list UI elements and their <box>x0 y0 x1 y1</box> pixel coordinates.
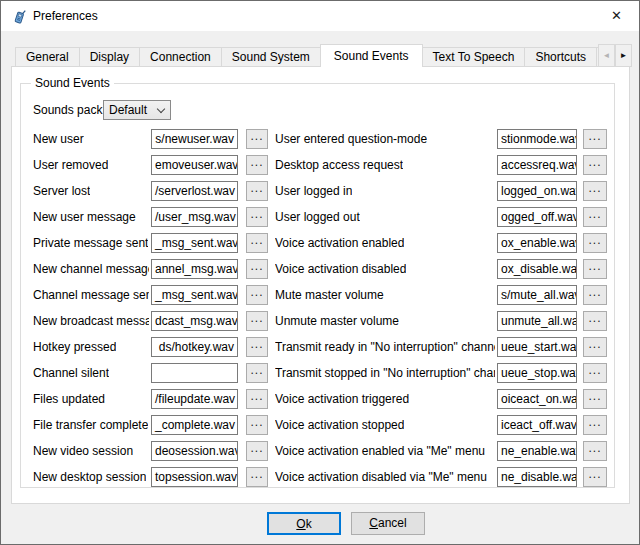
tab-scroll-left-icon[interactable]: ◄ <box>598 44 615 67</box>
browse-button[interactable]: ... <box>583 415 607 435</box>
sound-event-row: Mute master volume s/mute_all.wav ... <box>21 285 614 305</box>
sound-event-label: User logged in <box>275 181 352 201</box>
sound-event-row: Transmit ready in "No interruption" chan… <box>21 337 614 357</box>
browse-button[interactable]: ... <box>583 129 607 149</box>
sound-event-row: Voice activation stopped iceact_off.wav … <box>21 415 614 435</box>
sound-file-input[interactable]: ne_enable.wav <box>497 441 577 461</box>
sound-event-row: Voice activation enabled via "Me" menu n… <box>21 441 614 461</box>
sound-file-input[interactable]: oiceact_on.wav <box>497 389 577 409</box>
tab-shortcuts[interactable]: Shortcuts <box>524 47 597 67</box>
tab-general[interactable]: General <box>15 47 80 67</box>
sound-event-label: Voice activation triggered <box>275 389 409 409</box>
sound-event-label: User logged out <box>275 207 360 227</box>
close-icon[interactable]: ✕ <box>594 1 639 30</box>
sound-file-input[interactable]: ox_disable.wav <box>497 259 577 279</box>
browse-button[interactable]: ... <box>583 363 607 383</box>
browse-button[interactable]: ... <box>583 311 607 331</box>
sound-event-label: Transmit stopped in "No interruption" ch… <box>275 363 495 383</box>
sounds-pack-label: Sounds pack <box>33 100 102 120</box>
sound-file-input[interactable]: unmute_all.wav <box>497 311 577 331</box>
sound-event-row: Desktop access request accessreq.wav ... <box>21 155 614 175</box>
sounds-pack-value: Default <box>109 101 147 119</box>
sound-file-input[interactable]: ogged_off.wav <box>497 207 577 227</box>
sound-event-label: Voice activation enabled via "Me" menu <box>275 441 485 461</box>
sound-file-input[interactable]: logged_on.wav <box>497 181 577 201</box>
sound-event-row: Voice activation disabled ox_disable.wav… <box>21 259 614 279</box>
browse-button[interactable]: ... <box>583 233 607 253</box>
tab-sound-system[interactable]: Sound System <box>221 47 321 67</box>
sound-events-page: Sound Events Sounds pack Default New use… <box>11 66 630 504</box>
sound-file-input[interactable]: accessreq.wav <box>497 155 577 175</box>
sound-event-label: Transmit ready in "No interruption" chan… <box>275 337 495 357</box>
sound-event-row: Voice activation enabled ox_enable.wav .… <box>21 233 614 253</box>
sound-event-row: Voice activation triggered oiceact_on.wa… <box>21 389 614 409</box>
sound-event-row: Voice activation disabled via "Me" menu … <box>21 467 614 487</box>
tab-sound-events[interactable]: Sound Events <box>320 44 423 67</box>
sound-event-label: Voice activation enabled <box>275 233 404 253</box>
sound-file-input[interactable]: s/mute_all.wav <box>497 285 577 305</box>
browse-button[interactable]: ... <box>583 467 607 487</box>
sound-event-label: Voice activation disabled via "Me" menu <box>275 467 487 487</box>
app-icon <box>11 8 27 24</box>
sound-event-label: Voice activation stopped <box>275 415 404 435</box>
sounds-pack-select[interactable]: Default <box>103 100 171 120</box>
sound-event-label: User entered question-mode <box>275 129 427 149</box>
tab-text-to-speech[interactable]: Text To Speech <box>422 47 526 67</box>
sound-event-row: User logged out ogged_off.wav ... <box>21 207 614 227</box>
sound-file-input[interactable]: ox_enable.wav <box>497 233 577 253</box>
tab-display[interactable]: Display <box>79 47 140 67</box>
browse-button[interactable]: ... <box>583 259 607 279</box>
chevron-down-icon <box>157 105 165 113</box>
browse-button[interactable]: ... <box>583 207 607 227</box>
tab-connection[interactable]: Connection <box>139 47 222 67</box>
sound-events-groupbox: Sound Events Sounds pack Default New use… <box>20 83 615 488</box>
sound-file-input[interactable]: iceact_off.wav <box>497 415 577 435</box>
cancel-button[interactable]: Cancel <box>351 512 425 535</box>
sound-event-row: Unmute master volume unmute_all.wav ... <box>21 311 614 331</box>
sound-event-row: Transmit stopped in "No interruption" ch… <box>21 363 614 383</box>
groupbox-title: Sound Events <box>31 76 114 91</box>
ok-button[interactable]: Ok <box>267 512 341 535</box>
browse-button[interactable]: ... <box>583 285 607 305</box>
sound-event-label: Voice activation disabled <box>275 259 406 279</box>
sound-event-row: User entered question-mode stionmode.wav… <box>21 129 614 149</box>
sound-file-input[interactable]: ne_disable.wav <box>497 467 577 487</box>
sound-event-label: Desktop access request <box>275 155 403 175</box>
sound-event-row: User logged in logged_on.wav ... <box>21 181 614 201</box>
browse-button[interactable]: ... <box>583 181 607 201</box>
title-bar: Preferences ✕ <box>1 1 639 31</box>
browse-button[interactable]: ... <box>583 389 607 409</box>
sound-file-input[interactable]: ueue_start.wav <box>497 337 577 357</box>
browse-button[interactable]: ... <box>583 155 607 175</box>
window-title: Preferences <box>33 1 98 31</box>
sound-event-label: Mute master volume <box>275 285 384 305</box>
preferences-dialog: Preferences ✕ GeneralDisplayConnectionSo… <box>0 0 640 545</box>
tab-strip: GeneralDisplayConnectionSound SystemSoun… <box>11 44 631 67</box>
browse-button[interactable]: ... <box>583 441 607 461</box>
sound-file-input[interactable]: stionmode.wav <box>497 129 577 149</box>
tab-scroll-right-icon[interactable]: ► <box>615 44 632 67</box>
browse-button[interactable]: ... <box>583 337 607 357</box>
sound-event-label: Unmute master volume <box>275 311 399 331</box>
sound-file-input[interactable]: ueue_stop.wav <box>497 363 577 383</box>
